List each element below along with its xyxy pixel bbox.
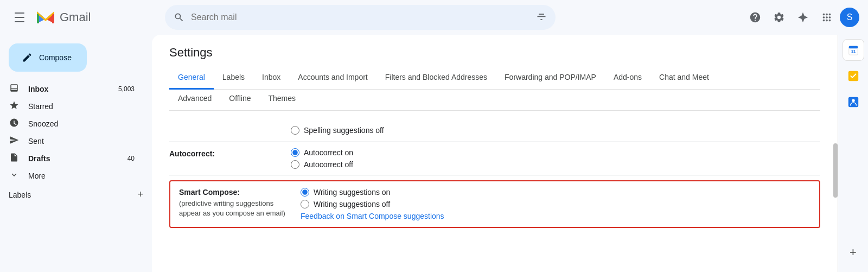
writing-on-label: Writing suggestions on <box>314 188 390 197</box>
drafts-label: Drafts <box>28 154 119 163</box>
header: Gmail <box>0 0 868 35</box>
smart-compose-title: Smart Compose: <box>179 188 288 197</box>
feedback-link[interactable]: Feedback on Smart Compose suggestions <box>301 212 444 220</box>
settings-tabs-row2: Advanced Offline Themes <box>169 90 820 111</box>
tab-offline[interactable]: Offline <box>220 90 259 111</box>
sidebar-item-starred[interactable]: Starred <box>0 98 143 115</box>
smart-compose-description: (predictive writing suggestions appear a… <box>179 199 288 218</box>
search-input[interactable] <box>191 12 529 22</box>
scroll-indicator[interactable] <box>833 143 838 198</box>
tab-addons[interactable]: Add-ons <box>605 68 650 90</box>
labels-add-button[interactable]: + <box>137 189 143 200</box>
settings-tabs-row1: General Labels Inbox Accounts and Import… <box>169 68 820 90</box>
calendar-icon-button[interactable]: 31 <box>843 39 864 61</box>
tab-forwarding[interactable]: Forwarding and POP/IMAP <box>496 68 605 90</box>
autocorrect-row: Autocorrect: Autocorrect on Autocorrect … <box>169 142 820 176</box>
settings-button[interactable] <box>768 7 790 28</box>
tab-labels[interactable]: Labels <box>214 68 253 90</box>
sent-label: Sent <box>28 137 135 146</box>
gmail-wordmark: Gmail <box>60 10 91 24</box>
inbox-count: 5,003 <box>118 85 135 93</box>
spelling-label <box>169 126 278 127</box>
autocorrect-label: Autocorrect: <box>169 148 278 158</box>
gemini-button[interactable] <box>792 7 814 28</box>
main-layout: Compose Inbox 5,003 Starred Snoozed <box>0 35 868 272</box>
autocorrect-on-radio[interactable] <box>291 148 299 157</box>
settings-area: Spelling suggestions off Autocorrect: Au… <box>169 119 820 228</box>
spelling-options: Spelling suggestions off <box>291 126 384 135</box>
avatar[interactable]: S <box>840 8 859 27</box>
svg-rect-1 <box>15 17 24 18</box>
svg-rect-0 <box>15 12 24 14</box>
apps-button[interactable] <box>816 7 838 28</box>
labels-title: Labels <box>9 191 133 199</box>
svg-point-8 <box>852 99 855 103</box>
writing-off-option[interactable]: Writing suggestions off <box>301 200 444 208</box>
sent-icon <box>9 135 20 148</box>
add-app-button[interactable]: + <box>843 242 864 263</box>
star-icon <box>9 100 20 113</box>
writing-on-option[interactable]: Writing suggestions on <box>301 188 444 197</box>
contacts-icon-button[interactable] <box>843 91 864 113</box>
sidebar-item-snoozed[interactable]: Snoozed <box>0 115 143 132</box>
sidebar-item-drafts[interactable]: Drafts 40 <box>0 150 143 167</box>
inbox-icon <box>9 83 20 96</box>
sidebar-item-more[interactable]: More <box>0 167 143 185</box>
sidebar-item-sent[interactable]: Sent <box>0 132 143 150</box>
tab-inbox[interactable]: Inbox <box>253 68 289 90</box>
drafts-icon <box>9 153 20 165</box>
smart-compose-section: Smart Compose: (predictive writing sugge… <box>169 180 820 228</box>
smart-compose-options: Writing suggestions on Writing suggestio… <box>301 188 444 220</box>
gmail-logo: Gmail <box>35 9 91 26</box>
header-left: Gmail <box>9 7 161 28</box>
autocorrect-options: Autocorrect on Autocorrect off <box>291 148 353 169</box>
autocorrect-off-radio[interactable] <box>291 160 299 169</box>
autocorrect-off-label: Autocorrect off <box>304 160 353 169</box>
sidebar-item-inbox[interactable]: Inbox 5,003 <box>0 80 143 98</box>
svg-rect-4 <box>848 46 858 49</box>
spelling-row: Spelling suggestions off <box>169 119 820 142</box>
svg-rect-2 <box>15 21 24 22</box>
search-icon <box>174 12 184 23</box>
help-button[interactable] <box>744 7 766 28</box>
compose-button[interactable]: Compose <box>9 43 87 72</box>
tab-chat[interactable]: Chat and Meet <box>650 68 718 90</box>
tasks-icon-button[interactable] <box>843 65 864 87</box>
spelling-off-label: Spelling suggestions off <box>304 126 384 135</box>
expand-icon <box>9 170 20 182</box>
snooze-icon <box>9 118 20 130</box>
tab-advanced[interactable]: Advanced <box>169 90 220 111</box>
tab-filters[interactable]: Filters and Blocked Addresses <box>376 68 496 90</box>
svg-text:31: 31 <box>851 49 855 54</box>
autocorrect-on-option[interactable]: Autocorrect on <box>291 148 353 157</box>
inbox-label: Inbox <box>28 85 110 93</box>
compose-icon <box>22 52 33 63</box>
tab-general[interactable]: General <box>169 68 214 90</box>
autocorrect-on-label: Autocorrect on <box>304 148 353 157</box>
menu-icon[interactable] <box>9 7 30 28</box>
labels-section-header[interactable]: Labels + <box>0 185 152 205</box>
compose-label: Compose <box>39 53 72 62</box>
sidebar: Compose Inbox 5,003 Starred Snoozed <box>0 35 152 272</box>
autocorrect-off-option[interactable]: Autocorrect off <box>291 160 353 169</box>
search-bar <box>165 5 556 30</box>
right-rail: 31 + <box>838 35 868 272</box>
writing-off-label: Writing suggestions off <box>314 200 390 208</box>
tab-themes[interactable]: Themes <box>260 90 305 111</box>
drafts-count: 40 <box>127 155 135 162</box>
spelling-off-option[interactable]: Spelling suggestions off <box>291 126 384 135</box>
starred-label: Starred <box>28 102 135 111</box>
writing-off-radio[interactable] <box>301 200 309 208</box>
search-filter-icon[interactable] <box>536 12 547 23</box>
header-right: S <box>744 7 859 28</box>
writing-on-radio[interactable] <box>301 188 309 197</box>
spelling-off-radio[interactable] <box>291 126 299 135</box>
tab-accounts[interactable]: Accounts and Import <box>289 68 376 90</box>
settings-content: Settings General Labels Inbox Accounts a… <box>152 35 838 272</box>
smart-compose-label-col: Smart Compose: (predictive writing sugge… <box>179 188 288 218</box>
page-title: Settings <box>169 46 820 60</box>
more-label: More <box>28 172 135 180</box>
snoozed-label: Snoozed <box>28 119 135 128</box>
